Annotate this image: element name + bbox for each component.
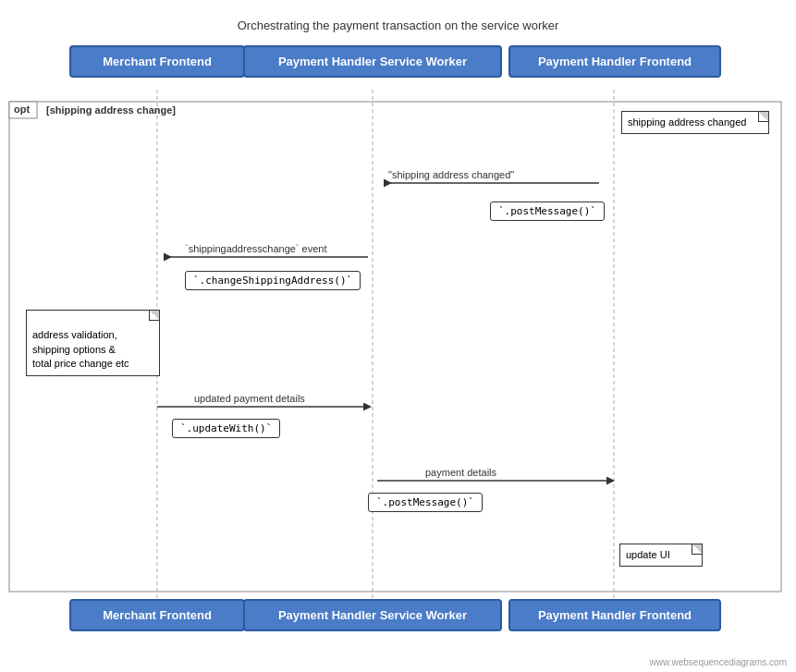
msg-label-3: updated payment details: [194, 393, 305, 404]
code-post-message-1: `.postMessage()`: [490, 202, 605, 221]
note-shipping-changed: shipping address changed: [621, 111, 769, 134]
note-update-ui: update UI: [619, 544, 703, 567]
actor-payfrontend: Payment Handler Frontend: [508, 45, 721, 78]
opt-label: opt: [12, 104, 31, 115]
code-update-with: `.updateWith()`: [172, 419, 280, 438]
watermark: www.websequencediagrams.com: [650, 657, 787, 667]
msg-label-4: payment details: [425, 467, 496, 478]
diagram-container: Orchestrating the payment transaction on…: [0, 0, 796, 672]
msg-label-2: `shippingaddresschange` event: [185, 243, 327, 254]
code-change-shipping: `.changeShippingAddress()`: [185, 271, 361, 290]
actor-paysw: Payment Handler Service Worker: [243, 45, 502, 78]
diagram-title: Orchestrating the payment transaction on…: [0, 9, 796, 32]
bracket-label: [shipping address change]: [46, 104, 176, 116]
note-address-validation: address validation, shipping options & t…: [26, 310, 160, 376]
msg-label-1: "shipping address changed": [388, 169, 514, 180]
actor-merchant-footer: Merchant Frontend: [69, 599, 245, 631]
code-post-message-2: `.postMessage()`: [368, 493, 483, 512]
actor-payfrontend-footer: Payment Handler Frontend: [508, 599, 721, 631]
actor-merchant: Merchant Frontend: [69, 45, 245, 78]
actor-paysw-footer: Payment Handler Service Worker: [243, 599, 502, 631]
